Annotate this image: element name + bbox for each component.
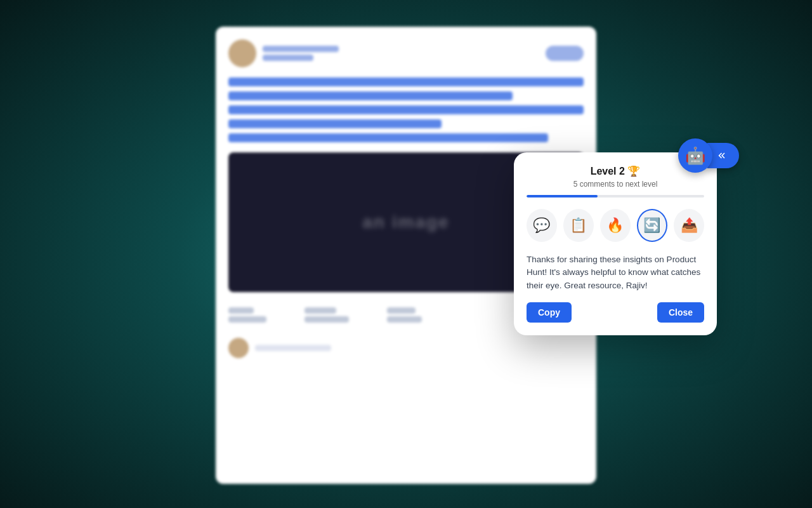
bg-content-line-3 bbox=[228, 105, 584, 114]
forward-icon-button[interactable]: 📤 bbox=[674, 209, 704, 242]
robot-emoji: 🤖 bbox=[685, 146, 705, 166]
bg-name-line bbox=[263, 46, 339, 52]
comment-text: Thanks for sharing these insights on Pro… bbox=[527, 253, 704, 292]
progress-bar-fill bbox=[527, 195, 598, 197]
edit-icon-button[interactable]: 📋 bbox=[563, 209, 594, 242]
fire-icon-button[interactable]: 🔥 bbox=[600, 209, 631, 242]
popup-card: Level 2 🏆 5 comments to next level 💬 📋 🔥… bbox=[514, 152, 717, 335]
close-button[interactable]: Close bbox=[657, 302, 704, 323]
chat-icon-button[interactable]: 💬 bbox=[527, 209, 557, 242]
popup-subtitle: 5 comments to next level bbox=[527, 180, 704, 189]
bg-content-line-1 bbox=[228, 77, 584, 86]
popup-actions: Copy Close bbox=[527, 302, 704, 323]
edit-icon: 📋 bbox=[570, 217, 587, 234]
robot-button-group: 🤖 bbox=[678, 138, 739, 173]
popup-title: Level 2 🏆 bbox=[527, 165, 704, 177]
chevron-left-icon bbox=[717, 150, 729, 161]
chat-icon: 💬 bbox=[533, 217, 550, 234]
bg-follow-button bbox=[546, 46, 584, 61]
forward-icon: 📤 bbox=[681, 217, 698, 234]
copy-button[interactable]: Copy bbox=[527, 302, 572, 323]
bg-handle-line bbox=[263, 55, 313, 61]
bg-image-text: an image bbox=[362, 212, 449, 232]
sync-icon: 🔄 bbox=[643, 217, 660, 234]
sync-icon-button[interactable]: 🔄 bbox=[637, 209, 667, 242]
bg-content-line-4 bbox=[228, 119, 442, 128]
robot-icon: 🤖 bbox=[678, 138, 712, 173]
popup-header: Level 2 🏆 5 comments to next level bbox=[527, 165, 704, 189]
fire-icon: 🔥 bbox=[606, 217, 624, 234]
bg-content-line-2 bbox=[228, 91, 513, 100]
bg-content-line-5 bbox=[228, 133, 548, 142]
bg-bottom-row bbox=[228, 338, 584, 358]
progress-bar-container bbox=[527, 195, 704, 197]
bg-avatar bbox=[228, 39, 256, 67]
icon-row: 💬 📋 🔥 🔄 📤 bbox=[527, 209, 704, 242]
